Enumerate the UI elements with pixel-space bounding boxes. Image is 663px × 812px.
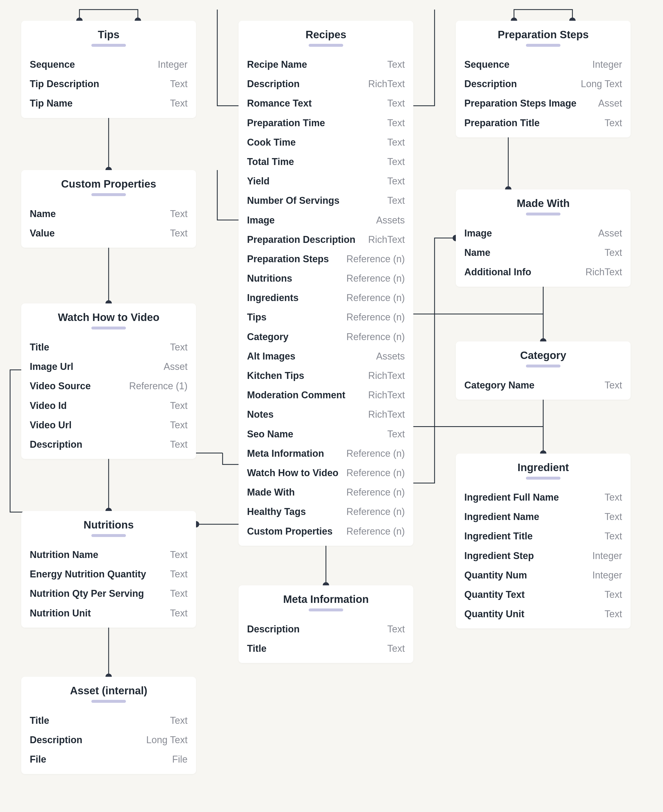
field-row: Video UrlText [30, 415, 188, 435]
connector-endpoint [105, 508, 112, 511]
field-row: Preparation TimeText [247, 113, 405, 133]
entity-title: Watch How to Video [30, 311, 188, 324]
field-type: Text [605, 492, 622, 503]
field-type: RichText [368, 389, 405, 401]
field-name: Notes [247, 409, 273, 420]
field-name: Ingredient Step [464, 550, 534, 561]
field-type: Text [170, 439, 188, 450]
field-name: Recipe Name [247, 59, 307, 70]
entity-title: Nutritions [30, 519, 188, 531]
connector-endpoint [105, 167, 112, 170]
field-name: Sequence [464, 59, 509, 70]
field-name: Healthy Tags [247, 506, 306, 517]
field-name: Seo Name [247, 428, 293, 440]
field-name: Preparation Title [464, 117, 540, 129]
field-type: Text [605, 117, 622, 129]
field-type: Long Text [146, 734, 188, 746]
field-type: Text [170, 400, 188, 411]
connector-line [413, 238, 456, 483]
field-name: Energy Nutrition Quantity [30, 568, 146, 580]
entity-title: Custom Properties [30, 178, 188, 190]
field-type: RichText [585, 266, 622, 278]
connector-endpoint [105, 300, 112, 303]
entity-asset-internal[interactable]: Asset (internal)TitleTextDescriptionLong… [21, 677, 196, 774]
field-name: Total Time [247, 156, 294, 167]
entity-preparation-steps[interactable]: Preparation StepsSequenceIntegerDescript… [456, 21, 631, 137]
field-name: Romance Text [247, 97, 312, 109]
connector-endpoint [135, 18, 141, 21]
entity-watch-how-to-video[interactable]: Watch How to VideoTitleTextImage UrlAsse… [21, 303, 196, 459]
connector-endpoint [105, 674, 112, 677]
field-row: NotesRichText [247, 405, 405, 424]
field-type: Text [170, 228, 188, 239]
entity-title: Category [464, 349, 622, 361]
field-name: Alt Images [247, 351, 295, 362]
field-row: Nutrition UnitText [30, 603, 188, 623]
field-row: Alt ImagesAssets [247, 346, 405, 366]
field-type: Text [170, 419, 188, 431]
field-row: SequenceInteger [30, 55, 188, 74]
field-row: Cook TimeText [247, 133, 405, 152]
field-name: Quantity Text [464, 589, 525, 600]
entity-recipes[interactable]: RecipesRecipe NameTextDescriptionRichTex… [239, 21, 413, 546]
field-row: NameText [464, 243, 622, 262]
field-row: YieldText [247, 171, 405, 191]
field-row: Healthy TagsReference (n) [247, 502, 405, 521]
field-name: Meta Information [247, 448, 324, 459]
field-name: Video Source [30, 380, 91, 391]
field-row: Tip NameText [30, 94, 188, 113]
entity-title: Made With [464, 197, 622, 209]
field-row: CategoryReference (n) [247, 327, 405, 346]
field-type: Reference (n) [346, 273, 405, 284]
connector-endpoint [453, 235, 456, 241]
field-row: Kitchen TipsRichText [247, 366, 405, 385]
field-name: Custom Properties [247, 526, 333, 537]
field-type: Reference (n) [346, 253, 405, 265]
field-type: Text [387, 156, 405, 167]
field-type: Asset [163, 361, 188, 372]
field-row: Tip DescriptionText [30, 74, 188, 94]
entity-handle-bar [91, 534, 126, 537]
field-name: Value [30, 228, 55, 239]
connector-line [514, 10, 572, 21]
field-row: Video SourceReference (1) [30, 376, 188, 396]
field-type: Text [170, 607, 188, 619]
field-type: Text [170, 208, 188, 220]
connector-line [413, 10, 435, 106]
field-type: Text [387, 59, 405, 70]
field-row: Preparation Steps ImageAsset [464, 94, 622, 113]
entity-category[interactable]: CategoryCategory NameText [456, 341, 631, 400]
field-row: Ingredient Full NameText [464, 488, 622, 507]
field-row: Ingredient StepInteger [464, 546, 622, 565]
field-row: Number Of ServingsText [247, 191, 405, 210]
field-row: TitleText [30, 711, 188, 730]
field-type: Text [387, 643, 405, 654]
field-type: Text [605, 379, 622, 391]
entity-meta-information[interactable]: Meta InformationDescriptionTextTitleText [239, 586, 413, 663]
field-type: Text [387, 428, 405, 440]
field-type: Text [170, 341, 188, 353]
field-name: Ingredient Title [464, 531, 533, 542]
entity-handle-bar [309, 44, 343, 47]
field-name: Title [30, 715, 49, 726]
entity-tips[interactable]: TipsSequenceIntegerTip DescriptionTextTi… [21, 21, 196, 118]
entity-handle-bar [91, 700, 126, 703]
field-name: Additional Info [464, 266, 531, 278]
field-name: Preparation Steps Image [464, 97, 576, 109]
field-row: Watch How to VideoReference (n) [247, 463, 405, 482]
field-name: Name [464, 247, 490, 258]
entity-ingredient[interactable]: IngredientIngredient Full NameTextIngred… [456, 454, 631, 628]
field-row: DescriptionLong Text [464, 74, 622, 94]
field-type: Text [387, 137, 405, 148]
entity-nutritions[interactable]: NutritionsNutrition NameTextEnergy Nutri… [21, 511, 196, 628]
field-row: Video IdText [30, 396, 188, 415]
entity-custom-properties[interactable]: Custom PropertiesNameTextValueText [21, 170, 196, 247]
entity-made-with[interactable]: Made WithImageAssetNameTextAdditional In… [456, 189, 631, 287]
entity-handle-bar [526, 213, 561, 215]
field-name: Nutrition Unit [30, 607, 91, 619]
connector-endpoint [323, 582, 329, 586]
field-type: Text [170, 588, 188, 599]
field-name: Preparation Time [247, 117, 325, 129]
field-row: Nutrition NameText [30, 545, 188, 565]
field-name: Title [247, 643, 267, 654]
